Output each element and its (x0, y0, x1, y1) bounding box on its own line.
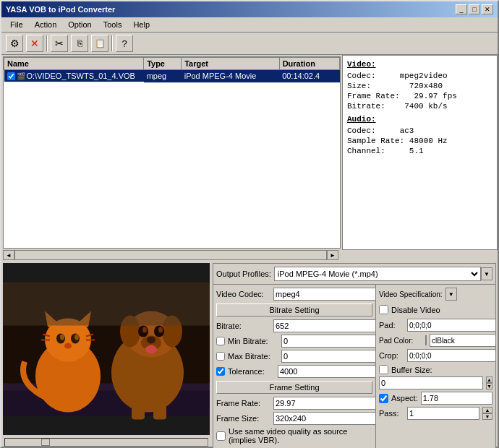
help-toolbar-button[interactable]: ? (116, 35, 133, 52)
copy-toolbar-button[interactable]: ⎘ (71, 35, 88, 52)
toolbar: ⚙ ✕ ✂ ⎘ 📋 ? (1, 33, 498, 55)
buffer-size-value-row: ▲ ▼ (379, 376, 492, 389)
audio-codec-row: Codec: ac3 (347, 126, 492, 135)
aspect-input[interactable] (421, 392, 492, 405)
pass-input[interactable] (407, 407, 479, 420)
window-title: YASA VOB to iPod Converter (6, 5, 115, 14)
output-profile-select[interactable]: iPod MPEG-4 Movie (*.mp4) (274, 267, 481, 281)
disable-video-checkbox[interactable] (379, 305, 388, 314)
scrollbar-track (14, 250, 327, 260)
tolerance-checkbox[interactable] (216, 367, 225, 376)
delete-toolbar-button[interactable]: ✕ (26, 35, 43, 52)
svg-rect-27 (132, 402, 145, 420)
pad-color-box (425, 335, 427, 345)
scroll-right-button[interactable]: ► (327, 250, 338, 260)
frame-size-label: Frame Size: (216, 414, 270, 423)
profile-dropdown-arrow[interactable]: ▼ (481, 267, 492, 280)
audio-channel-value: 5.1 (409, 147, 424, 155)
audio-samplerate-value: 48000 Hz (409, 137, 448, 145)
pass-up[interactable]: ▲ (482, 407, 492, 413)
svg-point-10 (74, 335, 79, 340)
buffer-size-checkbox[interactable] (379, 365, 388, 374)
settings-toolbar-button[interactable]: ⚙ (6, 35, 23, 52)
pad-color-row: Pad Color: ▼ (379, 334, 492, 347)
menu-option[interactable]: Option (62, 19, 97, 30)
file-duration-cell: 00:14:02.4 (279, 70, 339, 83)
settings-body: Video Codec: ▼ Bitrate Setting Bitrate: (213, 285, 495, 448)
buffer-size-down[interactable]: ▼ (486, 383, 492, 389)
bitrate-setting-button[interactable]: Bitrate Setting (216, 303, 372, 316)
pad-color-input[interactable] (430, 334, 495, 347)
buffer-size-up[interactable]: ▲ (486, 376, 492, 383)
minimize-button[interactable]: _ (456, 4, 467, 14)
crop-input[interactable] (407, 349, 495, 362)
crop-row: Crop: (379, 349, 492, 362)
menu-action[interactable]: Action (29, 19, 63, 30)
video-spec-dropdown[interactable]: ▼ (445, 288, 457, 301)
video-preview-panel: Play Pause Stop Forward Backward 00:00:5… (1, 262, 211, 448)
video-bitrate-row: Bitrate: 7400 kb/s (347, 102, 492, 111)
audio-codec-value: ac3 (400, 126, 414, 135)
disable-video-row: Disable Video (379, 305, 492, 314)
menu-file[interactable]: File (4, 19, 29, 30)
audio-channel-row: Channel: 5.1 (347, 147, 492, 155)
row-checkbox[interactable] (7, 72, 15, 80)
output-profile-label: Output Profiles: (216, 270, 271, 278)
progress-slider-area (1, 436, 211, 448)
toolbar-separator (46, 35, 48, 51)
min-bitrate-input[interactable] (281, 335, 376, 348)
svg-rect-29 (3, 283, 210, 326)
table-row[interactable]: 🎬 O:\VIDEO_TSWTS_01_4.VOB mpeg iPod MPEG… (4, 70, 340, 83)
main-window: YASA VOB to iPod Converter _ □ ✕ File Ac… (0, 0, 499, 448)
frame-rate-row: Frame Rate: ▼ (216, 397, 372, 410)
pad-input[interactable] (407, 319, 495, 332)
maximize-button[interactable]: □ (469, 4, 480, 14)
video-section-title: Video: (347, 60, 492, 69)
max-bitrate-checkbox[interactable] (216, 352, 225, 361)
video-codec-input[interactable] (273, 288, 376, 301)
frame-rate-input[interactable] (273, 397, 376, 410)
aspect-checkbox[interactable] (379, 394, 388, 403)
video-codec-label: Codec: (347, 72, 376, 80)
video-framerate-value: 29.97 fps (414, 92, 456, 100)
pad-label: Pad: (379, 321, 404, 329)
max-bitrate-input[interactable] (281, 350, 376, 363)
tolerance-input[interactable] (278, 365, 376, 378)
pad-color-label: Pad Color: (379, 337, 422, 345)
col-header-target[interactable]: Target (182, 58, 279, 70)
tolerance-label: Tolerance: (228, 367, 275, 376)
video-bitrate-value: 7400 kb/s (404, 102, 447, 111)
output-profile-row: Output Profiles: iPod MPEG-4 Movie (*.mp… (213, 264, 495, 285)
vbr-checkbox[interactable] (216, 431, 226, 441)
vbr-row: Use same video quality as source (implie… (216, 427, 372, 444)
right-settings: Video Specification: ▼ Disable Video Pad… (376, 285, 495, 448)
bitrate-row: Bitrate: ▲ ▼ (216, 319, 372, 332)
file-list-scrollbar[interactable]: ◄ ► (3, 250, 338, 260)
svg-point-25 (147, 337, 155, 344)
buffer-size-input[interactable] (379, 376, 483, 389)
audio-channel-label: Channel: (347, 147, 385, 155)
svg-point-23 (158, 327, 163, 333)
scroll-left-button[interactable]: ◄ (3, 250, 14, 260)
frame-rate-label: Frame Rate: (216, 399, 270, 408)
svg-point-22 (142, 327, 147, 333)
frame-setting-button[interactable]: Frame Setting (216, 381, 372, 394)
col-header-name[interactable]: Name (4, 58, 144, 70)
bitrate-input[interactable] (273, 319, 376, 332)
close-button[interactable]: ✕ (482, 4, 493, 14)
col-header-type[interactable]: Type (144, 58, 182, 70)
cut-toolbar-button[interactable]: ✂ (51, 35, 68, 52)
min-bitrate-checkbox[interactable] (216, 337, 225, 345)
title-buttons: _ □ ✕ (456, 4, 493, 14)
video-size-label: Size: (347, 82, 371, 90)
col-header-duration[interactable]: Duration (279, 58, 339, 70)
paste-toolbar-button[interactable]: 📋 (91, 35, 108, 52)
menu-tools[interactable]: Tools (98, 19, 128, 30)
frame-size-input[interactable] (273, 412, 376, 425)
info-panel: Video: Codec: mpeg2video Size: 720x480 F… (342, 55, 498, 250)
pass-label: Pass: (379, 409, 404, 418)
buffer-size-label: Buffer Size: (391, 366, 432, 374)
seek-slider[interactable] (4, 438, 208, 447)
menu-help[interactable]: Help (127, 19, 155, 30)
pass-down[interactable]: ▼ (482, 413, 492, 420)
